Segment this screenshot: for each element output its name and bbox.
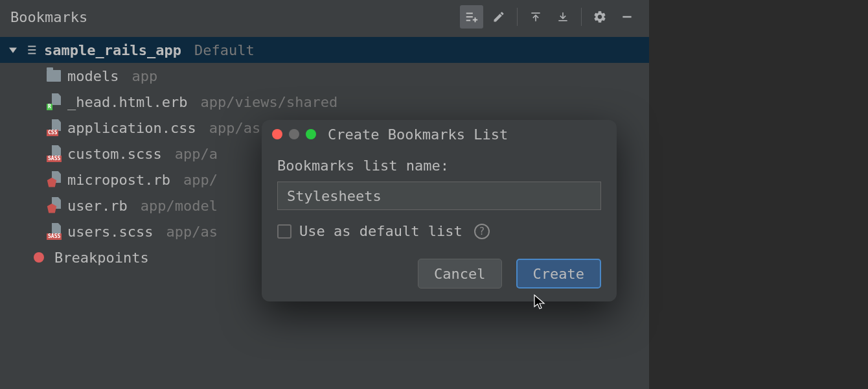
add-list-icon[interactable] [460, 5, 483, 29]
root-badge: Default [194, 42, 255, 58]
item-path: app/model [141, 198, 218, 214]
sass-file-icon: SASS [47, 223, 62, 240]
edit-icon[interactable] [487, 5, 510, 29]
list-name-input[interactable] [277, 182, 601, 210]
item-path: app/ [183, 172, 218, 188]
minimize-window-icon [289, 129, 299, 139]
item-path: app/views/shared [200, 94, 337, 110]
cancel-button[interactable]: Cancel [418, 259, 501, 289]
window-controls [272, 129, 316, 139]
item-path: app [131, 68, 157, 84]
input-label: Bookmarks list name: [277, 158, 601, 174]
panel-header: Bookmarks [0, 0, 649, 34]
panel-toolbar [460, 5, 639, 29]
item-label: custom.scss [67, 146, 162, 162]
item-label: user.rb [67, 198, 128, 214]
ruby-file-icon [47, 197, 62, 214]
default-list-checkbox-row[interactable]: Use as default list ? [277, 223, 601, 239]
breakpoints-label: Breakpoints [54, 250, 149, 266]
create-bookmarks-list-dialog: Create Bookmarks List Bookmarks list nam… [262, 120, 617, 301]
panel-title: Bookmarks [10, 9, 87, 25]
item-label: models [67, 68, 119, 84]
chevron-down-icon[interactable] [8, 46, 18, 54]
item-label: _head.html.erb [67, 94, 187, 110]
item-label: application.css [67, 120, 196, 136]
sass-file-icon: SASS [47, 145, 62, 162]
item-label: users.scss [67, 224, 153, 240]
toolbar-separator [517, 8, 518, 26]
item-path: app/a [175, 146, 218, 162]
ruby-file-icon [47, 171, 62, 188]
tree-item[interactable]: R _head.html.erb app/views/shared [0, 89, 649, 115]
dialog-footer: Cancel Create [262, 239, 617, 289]
css-file-icon: CSS [47, 119, 62, 136]
breakpoint-icon [34, 252, 49, 263]
move-up-icon[interactable] [524, 5, 547, 29]
dialog-body: Bookmarks list name: Use as default list… [262, 148, 617, 239]
item-path: app/as [166, 224, 217, 240]
bookmarks-list-icon [23, 43, 39, 57]
root-label: sample_rails_app [44, 42, 181, 58]
erb-file-icon: R [47, 93, 62, 110]
item-label: micropost.rb [67, 172, 170, 188]
tree-root-item[interactable]: sample_rails_app Default [0, 37, 649, 63]
close-icon[interactable] [272, 129, 282, 139]
settings-icon[interactable] [588, 5, 611, 29]
checkbox-icon[interactable] [277, 224, 291, 239]
dialog-title: Create Bookmarks List [328, 126, 508, 143]
create-button[interactable]: Create [516, 259, 601, 289]
folder-icon [47, 70, 62, 82]
help-icon[interactable]: ? [474, 224, 490, 239]
toolbar-separator [581, 8, 582, 26]
zoom-window-icon[interactable] [306, 129, 316, 139]
tree-item[interactable]: models app [0, 63, 649, 89]
dialog-titlebar[interactable]: Create Bookmarks List [262, 120, 617, 148]
minimize-icon[interactable] [615, 5, 639, 29]
svg-marker-10 [9, 47, 17, 53]
checkbox-label: Use as default list [299, 223, 463, 239]
move-down-icon[interactable] [551, 5, 575, 29]
